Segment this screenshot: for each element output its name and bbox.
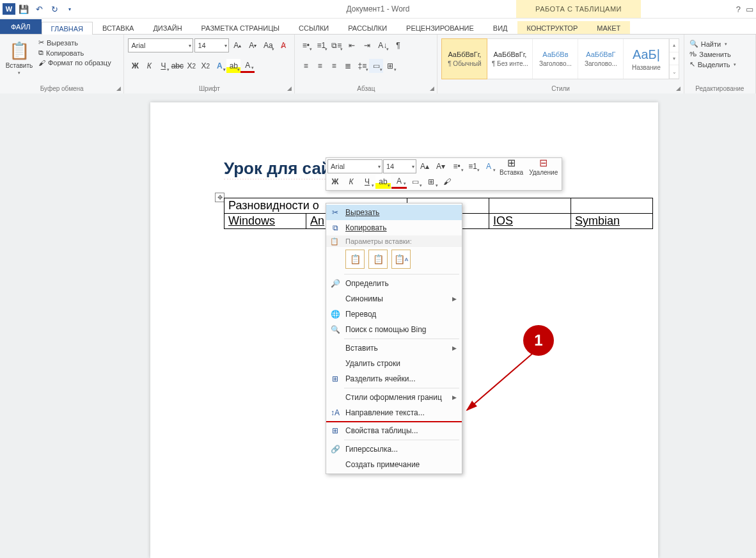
- change-case-icon[interactable]: Aa: [261, 38, 275, 52]
- tab-review[interactable]: РЕЦЕНЗИРОВАНИЕ: [397, 21, 484, 34]
- superscript-icon[interactable]: X2: [198, 59, 212, 73]
- ctx-table-properties[interactable]: ⊞Свойства таблицы...: [326, 423, 462, 438]
- paste-text-only-icon[interactable]: 📋A: [391, 250, 411, 269]
- mini-font-combo[interactable]: Arial▾: [327, 159, 382, 173]
- ctx-copy[interactable]: ⧉Копировать: [326, 220, 462, 235]
- tab-references[interactable]: ССЫЛКИ: [289, 21, 338, 34]
- format-painter-button[interactable]: 🖌Формат по образцу: [37, 59, 113, 67]
- strike-icon[interactable]: abc: [170, 59, 184, 73]
- justify-icon[interactable]: ≣: [341, 59, 355, 73]
- ctx-translate[interactable]: 🌐Перевод: [326, 307, 462, 322]
- styles-nav[interactable]: ▴▾⌄: [669, 39, 679, 79]
- bold-icon[interactable]: Ж: [128, 59, 142, 73]
- mini-bullets-icon[interactable]: ≡•: [449, 159, 464, 173]
- paragraph-dialog-icon[interactable]: ◢: [428, 84, 436, 92]
- clipboard-dialog-icon[interactable]: ◢: [114, 84, 122, 92]
- tab-home[interactable]: ГЛАВНАЯ: [42, 22, 93, 35]
- show-marks-icon[interactable]: ¶: [391, 38, 405, 52]
- ctx-split-cells[interactable]: ⊞Разделить ячейки...: [326, 371, 462, 387]
- font-color-icon[interactable]: A: [240, 59, 255, 73]
- mini-size-combo[interactable]: 14▾: [383, 159, 416, 173]
- mini-highlight-icon[interactable]: ab: [375, 175, 391, 189]
- clear-formatting-icon[interactable]: A̷: [276, 38, 290, 52]
- ctx-delete-rows[interactable]: Удалить строки: [326, 356, 462, 371]
- tab-file[interactable]: ФАЙЛ: [0, 19, 42, 34]
- ctx-hyperlink[interactable]: 🔗Гиперссылка...: [326, 442, 462, 457]
- tab-table-layout[interactable]: МАКЕТ: [587, 21, 630, 34]
- tab-page-layout[interactable]: РАЗМЕТКА СТРАНИЦЫ: [192, 21, 289, 34]
- qat-dropdown-icon[interactable]: ▾: [63, 2, 77, 16]
- mini-bold-icon[interactable]: Ж: [327, 175, 343, 189]
- multilevel-icon[interactable]: ⧉≡: [329, 38, 343, 52]
- mini-insert-icon[interactable]: ⊞Вставка: [497, 159, 526, 173]
- tab-table-design[interactable]: КОНСТРУКТОР: [517, 21, 588, 34]
- ctx-new-comment[interactable]: Создать примечание: [326, 457, 462, 472]
- style-normal[interactable]: АаБбВвГг,¶ Обычный: [441, 38, 487, 79]
- ctx-insert[interactable]: Вставить▶: [326, 340, 462, 356]
- undo-icon[interactable]: ↶: [32, 2, 46, 16]
- align-center-icon[interactable]: ≡: [313, 59, 327, 73]
- shading-icon[interactable]: ▭: [369, 59, 383, 73]
- font-size-combo[interactable]: 14▾: [194, 38, 229, 52]
- replace-button[interactable]: ᵃ⁄ьЗаменить: [688, 50, 738, 58]
- style-heading2[interactable]: АаБбВвГЗаголово...: [578, 39, 624, 79]
- mini-font-color-icon[interactable]: A: [391, 175, 407, 189]
- align-left-icon[interactable]: ≡: [299, 59, 313, 73]
- subscript-icon[interactable]: X2: [184, 59, 198, 73]
- mini-format-painter-icon[interactable]: 🖌: [439, 175, 455, 189]
- increase-indent-icon[interactable]: ⇥: [360, 38, 374, 52]
- decrease-indent-icon[interactable]: ⇤: [345, 38, 359, 52]
- mini-styles-icon[interactable]: A: [481, 159, 496, 173]
- table-move-handle-icon[interactable]: ✥: [215, 193, 224, 202]
- align-right-icon[interactable]: ≡: [327, 59, 341, 73]
- borders-icon[interactable]: ⊞: [383, 59, 397, 73]
- underline-icon[interactable]: Ч: [156, 59, 170, 73]
- style-heading1[interactable]: АаБбВвЗаголово...: [533, 39, 578, 79]
- shrink-font-icon[interactable]: A▾: [246, 38, 260, 52]
- tab-design[interactable]: ДИЗАЙН: [143, 21, 191, 34]
- tab-view[interactable]: ВИД: [484, 21, 517, 34]
- copy-button[interactable]: ⧉Копировать: [37, 49, 113, 57]
- ctx-text-direction[interactable]: ↕AНаправление текста...: [326, 405, 462, 420]
- ctx-cut[interactable]: ✂Вырезать: [326, 205, 462, 220]
- mini-numbering-icon[interactable]: ≡1: [465, 159, 480, 173]
- mini-delete-icon[interactable]: ⊟Удаление: [526, 159, 560, 173]
- cut-button[interactable]: ✂Вырезать: [37, 38, 113, 47]
- font-dialog-icon[interactable]: ◢: [285, 84, 293, 92]
- select-button[interactable]: ↖Выделить▾: [688, 60, 738, 68]
- ctx-bing[interactable]: 🔍Поиск с помощью Bing: [326, 322, 462, 337]
- tab-mailings[interactable]: РАССЫЛКИ: [338, 21, 397, 34]
- paste-button[interactable]: 📋 Вставить ▾: [4, 36, 35, 81]
- mini-shading-icon[interactable]: ▭: [407, 175, 423, 189]
- table-cell-ios[interactable]: IOS: [489, 214, 571, 229]
- ctx-define[interactable]: 🔎Определить: [326, 276, 462, 291]
- paste-keep-formatting-icon[interactable]: 📋: [345, 250, 365, 269]
- styles-dialog-icon[interactable]: ◢: [675, 84, 682, 92]
- tab-insert[interactable]: ВСТАВКА: [93, 21, 143, 34]
- grow-font-icon[interactable]: A▴: [230, 38, 244, 52]
- text-effects-icon[interactable]: A: [212, 59, 226, 73]
- font-name-combo[interactable]: Arial▾: [128, 38, 193, 52]
- redo-icon[interactable]: ↻: [47, 2, 61, 16]
- ctx-synonyms[interactable]: Синонимы▶: [326, 291, 462, 307]
- mini-underline-icon[interactable]: Ч: [359, 175, 375, 189]
- ribbon-options-icon[interactable]: ▭: [746, 4, 753, 14]
- line-spacing-icon[interactable]: ‡≡: [355, 59, 369, 73]
- table-cell-symbian[interactable]: Symbian: [571, 214, 653, 229]
- help-icon[interactable]: ?: [736, 4, 741, 14]
- ctx-border-styles[interactable]: Стили оформления границ▶: [326, 390, 462, 405]
- table-cell-windows[interactable]: Windows: [224, 214, 306, 229]
- style-title[interactable]: АаБ|Название: [624, 39, 669, 79]
- bullets-icon[interactable]: ≡•: [299, 38, 313, 52]
- italic-icon[interactable]: К: [142, 59, 156, 73]
- highlight-icon[interactable]: ab: [226, 59, 240, 73]
- sort-icon[interactable]: A↓: [375, 38, 390, 52]
- mini-grow-font-icon[interactable]: A▴: [417, 159, 432, 173]
- numbering-icon[interactable]: ≡1: [314, 38, 328, 52]
- find-button[interactable]: 🔍Найти▾: [688, 40, 738, 48]
- style-no-spacing[interactable]: АаБбВвГг,¶ Без инте...: [487, 39, 533, 79]
- doc-heading[interactable]: Урок для сайт: [224, 159, 340, 179]
- styles-gallery[interactable]: АаБбВвГг,¶ Обычный АаБбВвГг,¶ Без инте..…: [441, 38, 679, 79]
- paste-merge-formatting-icon[interactable]: 📋: [368, 250, 388, 269]
- mini-shrink-font-icon[interactable]: A▾: [433, 159, 448, 173]
